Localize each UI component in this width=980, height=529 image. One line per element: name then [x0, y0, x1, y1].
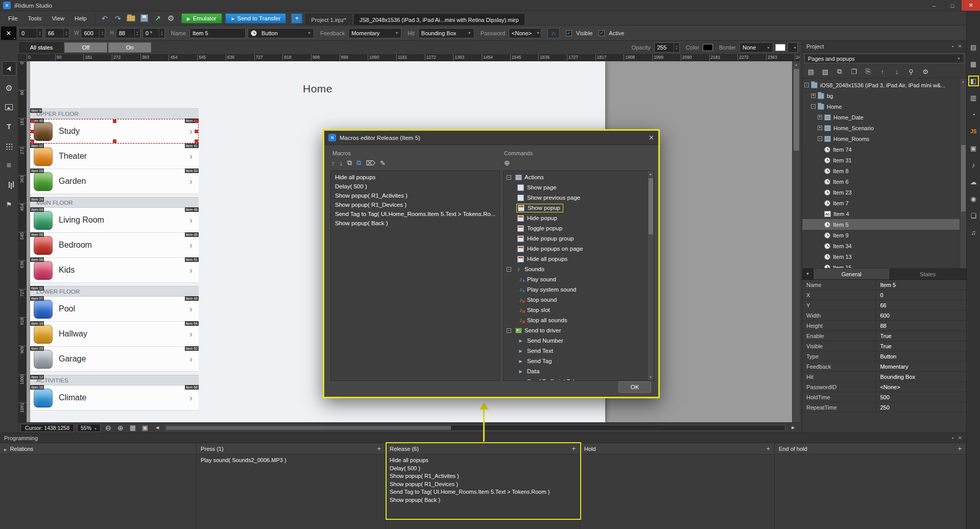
expander-icon[interactable]: +: [811, 93, 816, 98]
stepper-icon[interactable]: [134, 29, 140, 38]
pages-panel-icon[interactable]: ▤: [968, 42, 979, 53]
property-row[interactable]: Visible True: [802, 341, 966, 351]
macro-line[interactable]: Send Tag to Tag( UI.Home_Rooms.Item 5.Te…: [390, 488, 576, 496]
add-command-icon[interactable]: [504, 159, 510, 167]
border-dropdown[interactable]: None: [739, 42, 773, 53]
command-item[interactable]: Hide popups on page: [504, 244, 647, 254]
menu-item[interactable]: View: [46, 13, 69, 23]
scrollbar-thumb[interactable]: [794, 69, 799, 151]
commands-scrollbar[interactable]: ▲ ▼: [647, 171, 654, 380]
property-row[interactable]: PasswordID <None>: [802, 382, 966, 392]
tree-item[interactable]: Item 74: [802, 144, 966, 155]
tree-item[interactable]: + Home_Scenario: [802, 123, 966, 133]
room-row[interactable]: Item 10 Hallway Item 54: [30, 322, 199, 347]
room-row[interactable]: Item 16 Climate Item 58: [30, 386, 199, 411]
tree-item[interactable]: Item 7: [802, 198, 966, 208]
edit-icon[interactable]: ✎: [380, 159, 386, 167]
scroll-down-icon[interactable]: ▼: [648, 374, 654, 380]
command-item[interactable]: Show page: [504, 182, 647, 193]
room-row[interactable]: Item 06 Kids Item 51: [30, 258, 199, 283]
tab-states[interactable]: States: [890, 269, 967, 279]
move-down-icon[interactable]: ↓: [340, 159, 343, 167]
y-field[interactable]: 66: [45, 28, 69, 38]
states-panel-icon[interactable]: ◔: [968, 109, 979, 120]
menu-item[interactable]: Help: [69, 13, 92, 23]
tree-item[interactable]: Item 31: [802, 155, 966, 165]
levels-tool[interactable]: [2, 178, 16, 192]
add-icon[interactable]: +: [958, 445, 962, 452]
ok-button[interactable]: OK: [618, 381, 651, 393]
move-up-icon[interactable]: ↑: [331, 159, 335, 167]
scroll-left-icon[interactable]: [153, 425, 162, 430]
expander-icon[interactable]: -: [507, 267, 511, 272]
property-row[interactable]: Y 66: [802, 300, 966, 310]
delete-icon[interactable]: ⌦: [366, 159, 375, 167]
expander-icon[interactable]: +: [818, 115, 822, 119]
horizontal-scrollbar[interactable]: [165, 425, 785, 431]
command-item[interactable]: Play sound: [504, 274, 647, 284]
gallery-panel-icon[interactable]: ▦: [968, 59, 979, 69]
tree-item[interactable]: Item 6: [802, 176, 966, 187]
command-item[interactable]: Hide popup group: [504, 233, 647, 244]
command-item[interactable]: Hide all popups: [504, 254, 647, 264]
grid-toggle-icon[interactable]: [128, 424, 137, 431]
add-tab-button[interactable]: +: [291, 13, 302, 23]
property-row[interactable]: Name Item 5: [802, 280, 966, 290]
tree-item[interactable]: Item 13: [802, 251, 966, 262]
macro-line[interactable]: Show popup( R1_Activites ): [390, 472, 576, 480]
angle-field[interactable]: 0 °: [142, 28, 165, 38]
command-item[interactable]: Hide popup: [504, 213, 647, 223]
tree-item[interactable]: + Home_Date: [802, 112, 966, 123]
close-icon[interactable]: ✕: [958, 43, 962, 49]
property-row[interactable]: Enable True: [802, 331, 966, 341]
expander-icon[interactable]: +: [818, 126, 822, 130]
command-group[interactable]: - Send to driver: [504, 325, 647, 335]
emulator-button[interactable]: Emulator: [181, 13, 222, 23]
expander-icon[interactable]: -: [818, 136, 822, 141]
feedback-dropdown[interactable]: Momentary: [348, 28, 401, 38]
close-icon[interactable]: ✕: [958, 435, 962, 441]
property-row[interactable]: Feedback Momentary: [802, 362, 966, 372]
release-header[interactable]: Release (6)+: [386, 443, 580, 454]
gear-tool[interactable]: [2, 81, 16, 95]
magnet-snap-button[interactable]: [547, 28, 560, 38]
command-item[interactable]: Stop slot: [504, 305, 647, 315]
width-field[interactable]: 600: [81, 28, 105, 38]
swatch-dropdown[interactable]: [787, 42, 798, 53]
collapse-icon[interactable]: [802, 269, 814, 279]
settings-icon[interactable]: [165, 13, 177, 24]
tree-item[interactable]: Item 8: [802, 165, 966, 176]
command-item[interactable]: Data: [504, 366, 647, 376]
menu-item[interactable]: File: [3, 13, 23, 23]
macro-item[interactable]: Delay( 500 ): [331, 182, 499, 191]
tree-item[interactable]: Item 34: [802, 241, 966, 251]
add-icon[interactable]: +: [571, 445, 576, 452]
macro-item[interactable]: Hide all popups: [331, 173, 499, 182]
command-item[interactable]: Send To Script Tab: [504, 376, 647, 380]
visible-checkbox[interactable]: [566, 30, 572, 36]
project-tab[interactable]: JS8_2048x1536 (iPad 3, iPad Ai...mini wi…: [354, 14, 524, 25]
camera-panel-icon[interactable]: ◉: [968, 194, 979, 204]
zoom-dropdown[interactable]: 55%: [77, 424, 101, 432]
command-item[interactable]: Send Text: [504, 346, 647, 356]
room-row[interactable]: Item 07 Pool Item 49: [30, 297, 199, 322]
room-row[interactable]: Item 02 Theater Item 41: [30, 144, 199, 169]
tree-item[interactable]: - Home: [802, 101, 966, 112]
maximize-button[interactable]: □: [943, 0, 962, 11]
pages-popups-dropdown[interactable]: Pages and popups: [804, 54, 964, 63]
room-row[interactable]: Item 03 Garden Item 53: [30, 169, 199, 194]
music-panel-icon[interactable]: ♫: [968, 227, 979, 238]
hit-dropdown[interactable]: Bounding Box: [418, 28, 474, 38]
flag-tool[interactable]: [2, 197, 16, 211]
zoom-in-icon[interactable]: [116, 424, 125, 432]
menu-item[interactable]: Tools: [23, 13, 47, 23]
copy-icon[interactable]: ❐: [847, 66, 861, 77]
search-icon[interactable]: ⚲: [904, 66, 918, 77]
state-tab[interactable]: All states: [19, 42, 63, 53]
tree-item[interactable]: Item 5: [802, 219, 966, 230]
name-field[interactable]: Item 5: [189, 28, 246, 38]
scrollbar-thumb[interactable]: [166, 426, 451, 430]
command-item[interactable]: Stop sound: [504, 295, 647, 305]
command-item[interactable]: Send Number: [504, 335, 647, 346]
opacity-field[interactable]: 255: [654, 42, 680, 53]
